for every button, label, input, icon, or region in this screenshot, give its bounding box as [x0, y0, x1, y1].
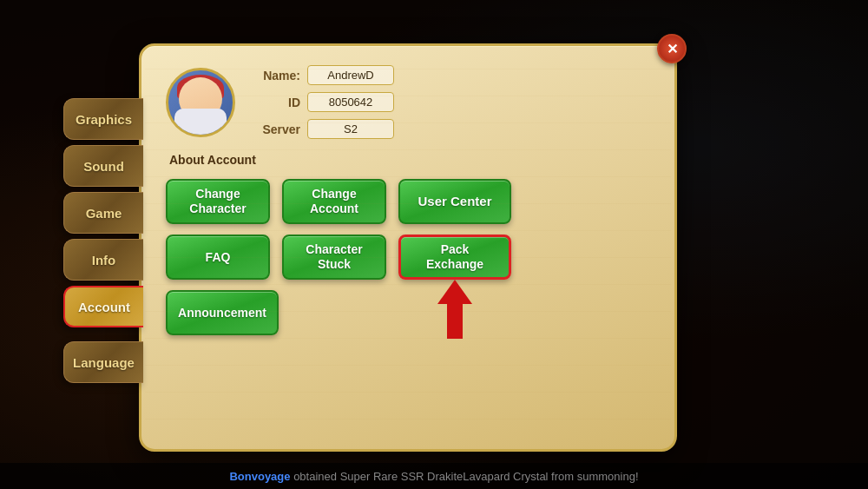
ticker-text: Bonvoyage obtained Super Rare SSR Drakit…: [229, 470, 638, 483]
name-value: AndrewD: [307, 65, 394, 85]
name-row: Name: AndrewD: [261, 65, 394, 85]
sidebar-item-sound[interactable]: Sound: [63, 145, 143, 187]
button-row-3: Announcement: [166, 290, 650, 335]
pack-exchange-container: PackExchange: [398, 235, 511, 280]
pack-exchange-button[interactable]: PackExchange: [398, 235, 511, 280]
sidebar-item-info[interactable]: Info: [63, 239, 143, 281]
character-stuck-button[interactable]: CharacterStuck: [282, 235, 386, 280]
bottom-ticker: Bonvoyage obtained Super Rare SSR Drakit…: [0, 463, 868, 489]
id-row: ID 8050642: [261, 92, 394, 112]
close-button[interactable]: ✕: [657, 34, 687, 63]
sidebar-item-game[interactable]: Game: [63, 192, 143, 234]
about-account-title: About Account: [166, 153, 650, 167]
server-value: S2: [307, 119, 394, 139]
id-value: 8050642: [307, 92, 394, 112]
sidebar-item-account-wrapper: Account: [63, 286, 143, 327]
dialog-content: Name: AndrewD ID 8050642 Server S2 About…: [141, 46, 674, 353]
button-row-2: FAQ CharacterStuck PackExchange: [166, 235, 650, 280]
change-character-button[interactable]: ChangeCharacter: [166, 179, 270, 224]
ticker-message: obtained Super Rare SSR DrakiteLavapard …: [291, 470, 639, 483]
ticker-name: Bonvoyage: [229, 470, 290, 483]
id-label: ID: [261, 96, 300, 109]
announcement-button[interactable]: Announcement: [166, 290, 279, 335]
settings-dialog: ✕ Graphics Sound Game Info Account Langu…: [139, 43, 677, 452]
name-label: Name:: [261, 69, 300, 83]
avatar: [166, 68, 235, 137]
user-fields: Name: AndrewD ID 8050642 Server S2: [261, 65, 394, 139]
server-row: Server S2: [261, 119, 394, 139]
sidebar: Graphics Sound Game Info Account Languag…: [63, 98, 143, 383]
sidebar-item-language[interactable]: Language: [63, 341, 143, 383]
buttons-grid: ChangeCharacter ChangeAccount User Cente…: [166, 179, 650, 335]
sidebar-item-graphics[interactable]: Graphics: [63, 98, 143, 140]
server-label: Server: [261, 122, 300, 136]
button-row-1: ChangeCharacter ChangeAccount User Cente…: [166, 179, 650, 224]
avatar-body: [174, 109, 227, 135]
pack-exchange-arrow: [437, 280, 472, 339]
sidebar-item-account[interactable]: Account: [63, 286, 143, 327]
arrow-shaft: [447, 304, 463, 339]
arrow-head-icon: [437, 280, 472, 304]
change-account-button[interactable]: ChangeAccount: [282, 179, 386, 224]
user-info-section: Name: AndrewD ID 8050642 Server S2: [166, 65, 650, 139]
faq-button[interactable]: FAQ: [166, 235, 270, 280]
user-center-button[interactable]: User Center: [398, 179, 511, 224]
